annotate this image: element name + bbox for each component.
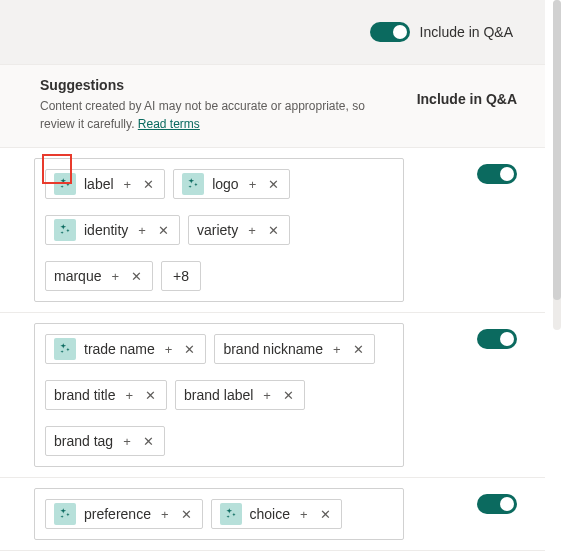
include-qna-toggle-global[interactable] bbox=[370, 22, 410, 42]
suggestion-chip[interactable]: variety+✕ bbox=[188, 215, 290, 245]
add-icon[interactable]: + bbox=[163, 343, 175, 356]
remove-icon[interactable]: ✕ bbox=[179, 508, 194, 521]
remove-icon[interactable]: ✕ bbox=[156, 224, 171, 237]
chip-label: logo bbox=[212, 176, 238, 192]
remove-icon[interactable]: ✕ bbox=[129, 270, 144, 283]
sparkle-icon bbox=[182, 173, 204, 195]
suggestion-row: preference+✕choice+✕ bbox=[0, 478, 545, 551]
row-toggle-cell bbox=[404, 323, 517, 349]
chip-label: brand nickname bbox=[223, 341, 323, 357]
sparkle-icon bbox=[54, 338, 76, 360]
sparkle-icon bbox=[54, 219, 76, 241]
suggestion-chip[interactable]: logo+✕ bbox=[173, 169, 290, 199]
suggestion-chip[interactable]: brand label+✕ bbox=[175, 380, 305, 410]
remove-icon[interactable]: ✕ bbox=[141, 435, 156, 448]
chip-label: brand label bbox=[184, 387, 253, 403]
chip-label: variety bbox=[197, 222, 238, 238]
sparkle-icon bbox=[220, 503, 242, 525]
suggestions-header: Suggestions Content created by AI may no… bbox=[0, 64, 545, 148]
chip-label: identity bbox=[84, 222, 128, 238]
sparkle-svg bbox=[224, 507, 238, 521]
chip-label: trade name bbox=[84, 341, 155, 357]
sparkle-svg bbox=[186, 177, 200, 191]
remove-icon[interactable]: ✕ bbox=[266, 224, 281, 237]
remove-icon[interactable]: ✕ bbox=[266, 178, 281, 191]
include-qna-toggle[interactable] bbox=[477, 164, 517, 184]
chip-label: label bbox=[84, 176, 114, 192]
include-qna-toggle[interactable] bbox=[477, 329, 517, 349]
suggestion-row: label+✕logo+✕identity+✕variety+✕marque+✕… bbox=[0, 148, 545, 313]
sparkle-svg bbox=[58, 342, 72, 356]
suggestions-description: Content created by AI may not be accurat… bbox=[40, 97, 370, 133]
add-icon[interactable]: + bbox=[331, 343, 343, 356]
suggestion-chip[interactable]: marque+✕ bbox=[45, 261, 153, 291]
add-icon[interactable]: + bbox=[246, 224, 258, 237]
add-icon[interactable]: + bbox=[136, 224, 148, 237]
sparkle-svg bbox=[58, 507, 72, 521]
suggestion-chip[interactable]: brand nickname+✕ bbox=[214, 334, 374, 364]
add-icon[interactable]: + bbox=[159, 508, 171, 521]
remove-icon[interactable]: ✕ bbox=[143, 389, 158, 402]
chip-label: choice bbox=[250, 506, 290, 522]
chip-label: marque bbox=[54, 268, 101, 284]
suggestion-row: trade name+✕brand nickname+✕brand title+… bbox=[0, 313, 545, 478]
row-toggle-cell bbox=[404, 158, 517, 184]
scrollbar-thumb[interactable] bbox=[553, 0, 561, 300]
sparkle-svg bbox=[58, 223, 72, 237]
sparkle-svg bbox=[58, 177, 72, 191]
suggestion-chip[interactable]: brand title+✕ bbox=[45, 380, 167, 410]
include-qna-label: Include in Q&A bbox=[420, 24, 513, 40]
remove-icon[interactable]: ✕ bbox=[281, 389, 296, 402]
sparkle-icon bbox=[54, 503, 76, 525]
suggestion-chip[interactable]: choice+✕ bbox=[211, 499, 342, 529]
suggestion-chip[interactable]: trade name+✕ bbox=[45, 334, 206, 364]
suggestion-chip[interactable]: brand tag+✕ bbox=[45, 426, 165, 456]
chip-label: preference bbox=[84, 506, 151, 522]
top-bar: Include in Q&A bbox=[0, 0, 545, 64]
remove-icon[interactable]: ✕ bbox=[318, 508, 333, 521]
read-terms-link[interactable]: Read terms bbox=[138, 117, 200, 131]
chip-container: preference+✕choice+✕ bbox=[34, 488, 404, 540]
chip-label: brand tag bbox=[54, 433, 113, 449]
suggestions-desc-text: Content created by AI may not be accurat… bbox=[40, 99, 365, 131]
add-icon[interactable]: + bbox=[261, 389, 273, 402]
add-icon[interactable]: + bbox=[123, 389, 135, 402]
sparkle-icon bbox=[54, 173, 76, 195]
suggestions-title: Suggestions bbox=[40, 77, 370, 93]
remove-icon[interactable]: ✕ bbox=[182, 343, 197, 356]
remove-icon[interactable]: ✕ bbox=[351, 343, 366, 356]
chip-container: trade name+✕brand nickname+✕brand title+… bbox=[34, 323, 404, 467]
add-icon[interactable]: + bbox=[298, 508, 310, 521]
include-qna-toggle[interactable] bbox=[477, 494, 517, 514]
add-icon[interactable]: + bbox=[109, 270, 121, 283]
row-toggle-cell bbox=[404, 488, 517, 514]
more-chip[interactable]: +8 bbox=[161, 261, 201, 291]
suggestion-chip[interactable]: label+✕ bbox=[45, 169, 165, 199]
add-icon[interactable]: + bbox=[247, 178, 259, 191]
suggestion-chip[interactable]: identity+✕ bbox=[45, 215, 180, 245]
remove-icon[interactable]: ✕ bbox=[141, 178, 156, 191]
chip-label: brand title bbox=[54, 387, 115, 403]
suggestion-chip[interactable]: preference+✕ bbox=[45, 499, 203, 529]
add-icon[interactable]: + bbox=[122, 178, 134, 191]
add-icon[interactable]: + bbox=[121, 435, 133, 448]
chip-container: label+✕logo+✕identity+✕variety+✕marque+✕… bbox=[34, 158, 404, 302]
include-column-header: Include in Q&A bbox=[417, 77, 517, 107]
